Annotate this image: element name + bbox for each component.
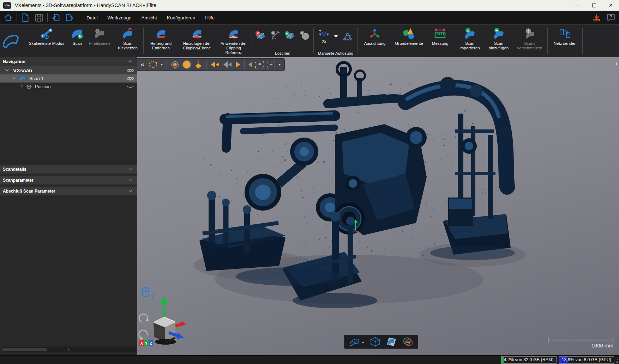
remove-background-icon (154, 28, 168, 40)
clipping-referenz-anwenden-button[interactable]: Anwenden der Clipping Referenz (217, 25, 251, 57)
delete-selection-button[interactable] (255, 30, 266, 41)
step-back-button[interactable] (248, 61, 252, 68)
previous-target-disabled-button[interactable] (223, 61, 233, 68)
collapsed-chevron-icon[interactable] (19, 84, 23, 88)
download-updates-button[interactable] (591, 12, 602, 23)
menu-separator (17, 13, 17, 22)
visibility-toggle[interactable] (126, 76, 134, 81)
vxscan-tab-button[interactable] (0, 25, 22, 57)
mesh-display-button[interactable]: ▲ (349, 337, 364, 346)
clipping-ebene-hinzufuegen-button[interactable]: Hinzufügen der Clipping-Ebene (177, 25, 217, 57)
ribbon-toolbar: Skalierleiste-Modus Scan Finalisieren Sc… (0, 24, 619, 57)
target-frame-add-button[interactable] (266, 60, 276, 69)
panel-collapse-chevron-icon[interactable] (129, 61, 132, 64)
finalisieren-button[interactable]: Finalisieren (86, 25, 113, 57)
help-feedback-button[interactable]: ? (606, 12, 616, 23)
3d-viewport[interactable]: « ▼ (137, 57, 619, 355)
mouse-help-icon: ? (151, 293, 154, 299)
new-session-button[interactable] (20, 12, 31, 23)
app-icon: VXe (3, 2, 11, 9)
visibility-toggle[interactable] (126, 68, 134, 73)
visibility-options-button[interactable] (402, 337, 414, 347)
section-scandetails[interactable]: Scandetails (0, 165, 137, 174)
menu-datei[interactable]: Datei (82, 11, 103, 24)
measurement-icon (433, 28, 447, 40)
navigation-cube[interactable]: ? (138, 285, 188, 347)
messung-button[interactable]: Messung (427, 25, 453, 57)
scale-label: 1000 mm (591, 342, 613, 348)
window-title: VXelements - 3D-Softwareplattform - Hand… (15, 2, 156, 8)
section-chevron-icon[interactable] (129, 189, 132, 192)
mesh-patch-icon (148, 60, 158, 69)
scan-hinzufuegen-button[interactable]: Scan hinzufügen (484, 25, 513, 57)
scrollbar-thumb[interactable] (2, 348, 47, 351)
section-abschluss-scan-parameter[interactable]: Abschluß Scan Parameter (0, 187, 137, 195)
ausrichtung-button[interactable]: Ausrichtung (359, 25, 391, 57)
home-button[interactable] (3, 12, 13, 23)
display-mode-toolbar: ▲ (344, 335, 418, 349)
restore-session-icon (52, 13, 61, 22)
keep-selection-button[interactable] (284, 30, 296, 41)
section-chevron-icon[interactable] (129, 178, 132, 181)
netz-senden-button[interactable]: Netz senden (549, 25, 581, 57)
redo-session-button[interactable] (64, 12, 75, 23)
scan-button[interactable]: Scan (69, 25, 86, 57)
primitives-icon (402, 28, 416, 40)
previous-target-button[interactable] (210, 61, 220, 68)
scan-ruecksetzen-button[interactable]: Scan rücksetzen (113, 25, 142, 57)
viewport-toolbar: « ▼ (137, 58, 285, 71)
collapse-panel-left-button[interactable]: « (139, 61, 145, 68)
delete-sphere-button-disabled[interactable] (299, 30, 311, 41)
section-chevron-icon[interactable] (129, 167, 132, 170)
status-bar: 4,2% von 32,0 GB (RAM) 13,9% von 8,0 GB … (0, 355, 619, 364)
send-mesh-icon (558, 28, 572, 40)
navigation-panel-header[interactable]: Navigation (0, 57, 137, 66)
maximize-button[interactable] (586, 0, 602, 11)
bounding-box-button[interactable] (370, 336, 380, 347)
scans-verschmelzen-button[interactable]: Scans verschmelzen (513, 25, 546, 57)
auto-resolution-button-disabled[interactable] (342, 31, 354, 42)
ribbon-separator (547, 28, 548, 54)
menu-hilfe[interactable]: Hilfe (200, 11, 220, 24)
menu-werkzeuge[interactable]: Werkzeuge (103, 11, 137, 24)
resize-grip-icon[interactable] (614, 359, 618, 363)
expand-chevron-icon[interactable] (12, 76, 16, 80)
delete-curve-button-disabled[interactable] (270, 30, 281, 41)
bracket-target-icon (255, 60, 264, 69)
surface-display-mode-button[interactable] (148, 60, 158, 69)
splitter-grip-icon[interactable]: ⊦ (68, 348, 70, 351)
display-caret-icon[interactable]: ▲ (362, 341, 364, 343)
minimize-button[interactable]: — (569, 0, 586, 11)
visibility-toggle[interactable] (126, 84, 134, 89)
menu-ansicht[interactable]: Ansicht (137, 11, 162, 24)
restore-session-button[interactable] (51, 12, 61, 23)
hintergrund-entfernen-button[interactable]: Hintergrund Entfernen (145, 25, 177, 57)
tree-item-vxscan[interactable]: VXscan (0, 66, 137, 74)
normals-display-button[interactable] (194, 60, 203, 69)
section-scanparameter[interactable]: Scanparameter (0, 176, 137, 184)
tree-item-scan1[interactable]: Scan 1 (0, 74, 137, 83)
axis-legend: X Y Z (139, 340, 153, 346)
clipping-plane-view-button[interactable] (386, 337, 397, 347)
collapse-panel-right-button[interactable]: ‹ (615, 60, 618, 67)
scan-importieren-button[interactable]: Scan importieren (455, 25, 484, 57)
skalierleiste-modus-button[interactable]: Skalierleiste-Modus (24, 25, 69, 57)
resolution-dropdown-caret[interactable] (334, 35, 338, 38)
scan-model (137, 57, 619, 355)
tree-item-position[interactable]: Position (0, 83, 137, 91)
expand-chevron-icon[interactable] (5, 68, 9, 72)
dropdown-caret-icon[interactable]: ▼ (278, 63, 281, 66)
flat-shading-button[interactable] (170, 60, 180, 69)
target-frame-button[interactable] (255, 60, 264, 69)
save-button[interactable] (34, 12, 44, 23)
grundelemente-button[interactable]: Grundelemente (391, 25, 427, 57)
dropdown-caret-icon[interactable]: ▼ (160, 63, 163, 66)
diamond-arrow-icon (194, 60, 203, 69)
resolution-2x-button[interactable]: 2x (318, 29, 330, 44)
close-button[interactable]: ✕ (602, 0, 619, 11)
next-target-button[interactable] (235, 61, 241, 68)
sidebar-scrollbar[interactable]: ⊦ (1, 347, 136, 352)
home-icon (4, 13, 13, 22)
smooth-shading-button[interactable] (182, 60, 191, 69)
menu-konfigurieren[interactable]: Konfigurieren (162, 11, 200, 24)
